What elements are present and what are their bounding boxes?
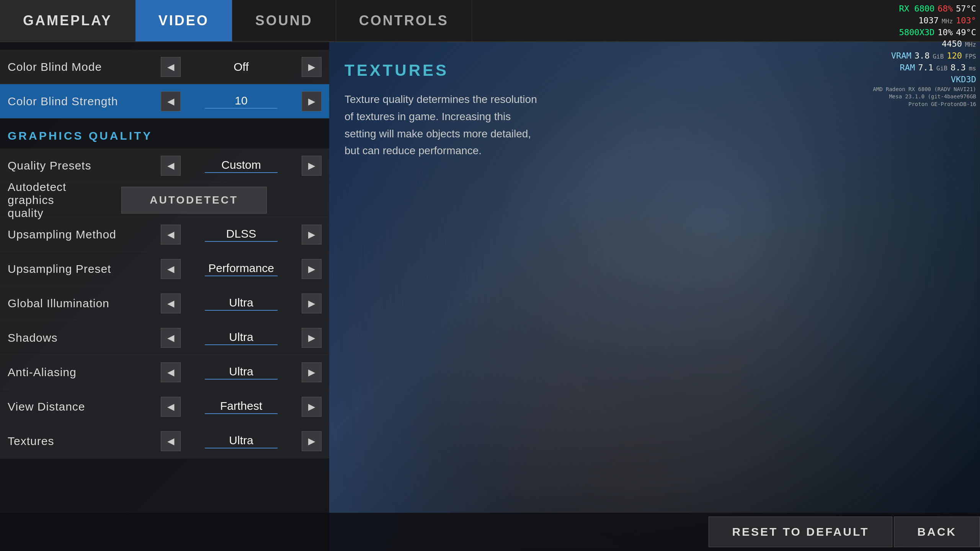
hud-ram-val: 7.1 bbox=[918, 62, 933, 74]
hud-sys-info: AMD Radeon RX 6800 (RADV NAVI21) bbox=[873, 86, 976, 93]
quality-presets-value: Custom bbox=[181, 158, 302, 173]
quality-presets-underline bbox=[205, 172, 278, 173]
color-blind-mode-next[interactable]: ▶ bbox=[302, 57, 322, 77]
global-illumination-label: Global Illumination bbox=[8, 297, 161, 310]
setting-row-autodetect: Autodetect graphics quality AUTODETECT bbox=[0, 183, 329, 217]
setting-row-upsampling-method: Upsampling Method ◀ DLSS ▶ bbox=[0, 217, 329, 252]
hud-gpu-usage: 68% bbox=[938, 3, 953, 15]
anti-aliasing-prev[interactable]: ◀ bbox=[161, 362, 181, 382]
hud-ram-label: RAM bbox=[900, 62, 915, 74]
hud-row-proton: Proton GE-ProtonDB-16 bbox=[873, 101, 976, 108]
upsampling-method-next[interactable]: ▶ bbox=[302, 225, 322, 245]
textures-next[interactable]: ▶ bbox=[302, 431, 322, 451]
hud-vram-val: 3.8 bbox=[915, 50, 930, 62]
upsampling-preset-next[interactable]: ▶ bbox=[302, 259, 322, 279]
view-distance-value: Farthest bbox=[181, 399, 302, 414]
hud-ms-val: 8.3 bbox=[951, 62, 966, 74]
info-text: Texture quality determines the resolutio… bbox=[345, 91, 544, 160]
view-distance-control: ◀ Farthest ▶ bbox=[161, 397, 322, 417]
hud-ms-unit: ms bbox=[969, 64, 976, 73]
setting-row-anti-aliasing: Anti-Aliasing ◀ Ultra ▶ bbox=[0, 355, 329, 390]
hud-cpu-usage: 103° bbox=[956, 15, 976, 27]
textures-value: Ultra bbox=[181, 434, 302, 448]
hud-row-1: RX 6800 68% 57°C bbox=[873, 3, 976, 15]
info-panel: TEXTURES Texture quality determines the … bbox=[329, 42, 559, 179]
color-blind-strength-next[interactable]: ▶ bbox=[302, 91, 322, 111]
upsampling-preset-underline bbox=[205, 276, 278, 276]
textures-prev[interactable]: ◀ bbox=[161, 431, 181, 451]
hud-row-7: VKD3D bbox=[873, 74, 976, 86]
global-illumination-prev[interactable]: ◀ bbox=[161, 293, 181, 313]
reset-to-default-button[interactable]: RESET TO DEFAULT bbox=[709, 517, 892, 547]
hud-vram-unit: GiB bbox=[933, 52, 944, 61]
hud-cpu-pct: 10% bbox=[938, 27, 953, 39]
hud-cpu-temp: 49°C bbox=[956, 27, 976, 39]
settings-panel: Color Blind Mode ◀ Off ▶ Color Blind Str… bbox=[0, 42, 329, 551]
hud-fps-unit: FPS bbox=[965, 52, 976, 61]
upsampling-preset-prev[interactable]: ◀ bbox=[161, 259, 181, 279]
upsampling-method-control: ◀ DLSS ▶ bbox=[161, 225, 322, 245]
setting-row-global-illumination: Global Illumination ◀ Ultra ▶ bbox=[0, 286, 329, 321]
autodetect-button[interactable]: AUTODETECT bbox=[121, 187, 267, 214]
quality-presets-prev[interactable]: ◀ bbox=[161, 156, 181, 176]
hud-row-2: 1037 MHz 103° bbox=[873, 15, 976, 27]
quality-presets-label: Quality Presets bbox=[8, 159, 161, 172]
anti-aliasing-value: Ultra bbox=[181, 365, 302, 380]
hud-mem-clock-unit: MHz bbox=[965, 41, 976, 49]
hud-row-3: 5800X3D 10% 49°C bbox=[873, 27, 976, 39]
value-underline bbox=[205, 108, 278, 109]
anti-aliasing-label: Anti-Aliasing bbox=[8, 366, 161, 379]
hud-gpu-clock-unit: MHz bbox=[942, 17, 953, 26]
shadows-next[interactable]: ▶ bbox=[302, 328, 322, 348]
back-button[interactable]: BACK bbox=[894, 517, 980, 547]
upsampling-method-value: DLSS bbox=[181, 227, 302, 242]
hud-row-5: VRAM 3.8 GiB 120 FPS bbox=[873, 50, 976, 62]
main-container: GAMEPLAY VIDEO SOUND CONTROLS Color Blin… bbox=[0, 0, 980, 551]
hud-gpu-name: RX 6800 bbox=[899, 3, 935, 15]
color-blind-strength-value: 10 bbox=[181, 94, 302, 109]
bottom-bar: RESET TO DEFAULT BACK bbox=[0, 513, 980, 551]
shadows-control: ◀ Ultra ▶ bbox=[161, 328, 322, 348]
shadows-label: Shadows bbox=[8, 331, 161, 344]
setting-row-color-blind-mode: Color Blind Mode ◀ Off ▶ bbox=[0, 50, 329, 84]
hud-ram-unit: GiB bbox=[936, 64, 947, 73]
upsampling-preset-label: Upsampling Preset bbox=[8, 262, 161, 276]
hud-row-mesa: Mesa 23.1.0 (git-4baee976GB bbox=[873, 93, 976, 101]
hud-stats: RX 6800 68% 57°C 1037 MHz 103° 5800X3D 1… bbox=[873, 3, 976, 108]
view-distance-label: View Distance bbox=[8, 400, 161, 413]
color-blind-mode-control: ◀ Off ▶ bbox=[161, 57, 322, 77]
tab-controls[interactable]: CONTROLS bbox=[336, 0, 472, 41]
anti-aliasing-next[interactable]: ▶ bbox=[302, 362, 322, 382]
global-illumination-value: Ultra bbox=[181, 296, 302, 311]
textures-label: Textures bbox=[8, 435, 161, 448]
quality-presets-next[interactable]: ▶ bbox=[302, 156, 322, 176]
upsampling-preset-value: Performance bbox=[181, 262, 302, 276]
global-illumination-next[interactable]: ▶ bbox=[302, 293, 322, 313]
tab-gameplay[interactable]: GAMEPLAY bbox=[0, 0, 136, 41]
setting-row-color-blind-strength: Color Blind Strength ◀ 10 ▶ bbox=[0, 84, 329, 119]
view-distance-next[interactable]: ▶ bbox=[302, 397, 322, 417]
color-blind-mode-label: Color Blind Mode bbox=[8, 60, 161, 73]
hud-cpu-clock: 5800X3D bbox=[899, 27, 935, 39]
shadows-underline bbox=[205, 344, 278, 345]
color-blind-mode-prev[interactable]: ◀ bbox=[161, 57, 181, 77]
autodetect-control: AUTODETECT bbox=[66, 187, 322, 214]
hud-fps-val: 120 bbox=[947, 50, 962, 62]
quality-presets-control: ◀ Custom ▶ bbox=[161, 156, 322, 176]
anti-aliasing-underline bbox=[205, 379, 278, 380]
hud-mesa-info: Mesa 23.1.0 (git-4baee976GB bbox=[889, 93, 976, 101]
hud-row-4: 4450 MHz bbox=[873, 38, 976, 50]
setting-row-quality-presets: Quality Presets ◀ Custom ▶ bbox=[0, 148, 329, 183]
tab-video[interactable]: VIDEO bbox=[136, 0, 232, 41]
color-blind-strength-prev[interactable]: ◀ bbox=[161, 91, 181, 111]
tab-sound[interactable]: SOUND bbox=[232, 0, 336, 41]
view-distance-prev[interactable]: ◀ bbox=[161, 397, 181, 417]
settings-scroll[interactable]: Color Blind Mode ◀ Off ▶ Color Blind Str… bbox=[0, 42, 329, 551]
setting-row-upsampling-preset: Upsampling Preset ◀ Performance ▶ bbox=[0, 252, 329, 286]
hud-proton-info: Proton GE-ProtonDB-16 bbox=[908, 101, 976, 108]
upsampling-method-prev[interactable]: ◀ bbox=[161, 225, 181, 245]
upsampling-preset-control: ◀ Performance ▶ bbox=[161, 259, 322, 279]
color-blind-strength-label: Color Blind Strength bbox=[8, 95, 161, 108]
shadows-prev[interactable]: ◀ bbox=[161, 328, 181, 348]
global-illumination-control: ◀ Ultra ▶ bbox=[161, 293, 322, 313]
